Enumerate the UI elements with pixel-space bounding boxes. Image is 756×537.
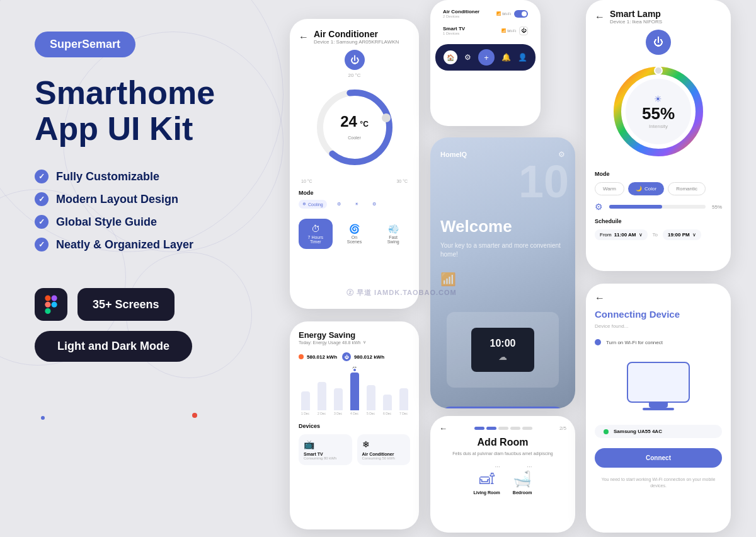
main-title: Smarthome App UI Kit	[35, 75, 233, 147]
energy-stats: 580.012 kWh ⏻ 980.012 kWh	[290, 349, 419, 365]
welcome-content: Welcome Your key to a smarter and more c…	[430, 204, 575, 400]
brightness-bar[interactable]	[609, 205, 706, 209]
prog-dot-5	[522, 427, 532, 430]
feature-item-1: ✓ Fully Customizable	[35, 170, 233, 183]
back-arrow-icon[interactable]: ←	[299, 32, 309, 43]
lamp-header: ← Smart Lamp Device 1: Ikea NIFORS	[586, 0, 731, 30]
sun-icon: ☀	[642, 94, 675, 104]
schedule-section: Scheduile From 11:00 AM ∨ To 19:00 PM ∨	[586, 218, 731, 240]
brightness-icon: ⚙	[595, 202, 603, 212]
svg-rect-4	[45, 308, 50, 314]
connect-title-area: Connecting Device	[586, 309, 731, 323]
mode-fan[interactable]: ⚙	[333, 200, 345, 209]
nav-fan[interactable]: ⚙	[464, 53, 471, 62]
feature-item-3: ✓ Global Style Guide	[35, 215, 233, 229]
svg-rect-1	[45, 302, 50, 308]
get-started-button[interactable]: Get Started	[440, 407, 565, 408]
device-list-area: Air Conditioner 2 Devices 📶 Wi-Fi Smart …	[430, 0, 541, 39]
device-found-card: Samsung UA55 4AC	[595, 425, 722, 438]
mode-romantic[interactable]: Romantic	[668, 182, 706, 195]
badge-row: 35+ Screens	[35, 288, 233, 321]
scenes-icon: 🌀	[344, 224, 365, 234]
dark-mode-badge[interactable]: Light and Dark Mode	[35, 331, 192, 362]
intensity-display: ☀ 55% Intensity	[642, 94, 675, 129]
mode-sun[interactable]: ☀	[351, 200, 362, 209]
tv-stand	[649, 403, 668, 408]
lamp-power-icon: ⏻	[653, 37, 663, 48]
bar-1: 1 Dec	[299, 391, 312, 415]
check-icon-1: ✓	[35, 170, 49, 183]
device-ac[interactable]: ❄ Air Conditioner Consuming 50 kWh	[357, 434, 411, 465]
room-dots-menu-2[interactable]: ···	[513, 463, 532, 470]
mode-warm[interactable]: Warm	[595, 182, 624, 195]
living-room-icon: 🛋	[473, 470, 500, 488]
schedule-to[interactable]: 19:00 PM ∨	[663, 229, 701, 240]
ac-action-row: ⏱ 7 Hours Timer 🌀 On Scenes 💨 Fast Swing	[290, 219, 419, 249]
back-arrow-lamp[interactable]: ←	[595, 11, 605, 23]
tablet-cloud-icon: ☁	[490, 352, 516, 362]
mode-cooling[interactable]: ❄ Cooling	[299, 200, 327, 209]
back-button-room[interactable]: ←	[439, 424, 447, 433]
ac-header: ← Air Conditioner Device 1: Samsung AR05…	[290, 19, 419, 50]
progress-dots	[474, 427, 532, 430]
screens-badge: 35+ Screens	[77, 288, 175, 321]
phone-add-room: ← 2/5 Add Room Felis duis at pulvinar di…	[430, 416, 575, 533]
device-smart-tv[interactable]: 📺 Smart TV Consuming 80 kWh	[299, 434, 352, 465]
ac-icon: ❄	[362, 439, 406, 449]
phone-smart-lamp: ← Smart Lamp Device 1: Ikea NIFORS ⏻	[586, 0, 731, 271]
wifi-step-dot	[595, 339, 601, 345]
wifi-icon-welcome: 📶	[440, 272, 565, 287]
tv-screen	[627, 362, 690, 403]
timer-button[interactable]: ⏱ 7 Hours Timer	[299, 219, 333, 249]
swing-button[interactable]: 💨 Fast Swing	[376, 219, 410, 249]
scenes-button[interactable]: 🌀 On Scenes	[338, 219, 372, 249]
power-icon-small[interactable]: ⏻	[519, 26, 528, 35]
device-ac-item: Air Conditioner 2 Devices 📶 Wi-Fi	[435, 5, 536, 22]
bar-3: 3 Dec	[331, 388, 345, 415]
nav-home[interactable]: 🏠	[444, 50, 457, 64]
bar-2: 2 Dec	[315, 382, 328, 415]
tv-illustration	[621, 362, 696, 412]
nav-bell[interactable]: 🔔	[501, 53, 511, 62]
prog-dot-2	[486, 427, 496, 430]
lamp-mode-section: Mode Warm 🌙 Color Romantic	[586, 171, 731, 202]
ac-toggle[interactable]	[514, 10, 528, 18]
color-mode-icon: 🌙	[636, 186, 642, 192]
intensity-dial[interactable]: ☀ 55% Intensity	[608, 61, 709, 162]
brand-pill[interactable]: SuperSemart	[35, 32, 135, 57]
device-cards-row: 📺 Smart TV Consuming 80 kWh ❄ Air Condit…	[299, 434, 410, 465]
mode-settings[interactable]: ⚙	[369, 200, 380, 209]
svg-point-7	[382, 113, 391, 122]
wifi-badge-2: 📶 Wi-Fi	[501, 28, 516, 33]
stat-blue-icon: ⏻	[342, 352, 351, 361]
ac-power-button[interactable]: ⏻	[345, 50, 365, 70]
schedule-row: From 11:00 AM ∨ To 19:00 PM ∨	[595, 229, 722, 240]
left-panel: SuperSemart Smarthome App UI Kit ✓ Fully…	[0, 0, 265, 537]
power-icon: ⏻	[350, 55, 359, 65]
back-arrow-connect[interactable]: ←	[595, 292, 605, 304]
room-bedroom[interactable]: ··· 🛁 Bedroom	[513, 463, 532, 495]
nav-profile[interactable]: 👤	[518, 53, 527, 62]
lamp-power-button[interactable]: ⏻	[646, 30, 671, 55]
phone-energy: Energy Saving Today: Energy Usage 48.8 k…	[290, 321, 419, 529]
svg-rect-3	[52, 302, 57, 308]
device-found-dot	[604, 429, 609, 434]
ac-dial[interactable]: 24 °C Cooler	[311, 83, 399, 171]
wifi-badge: 📶 Wi-Fi	[496, 11, 511, 16]
bar-knob	[352, 367, 357, 372]
mode-color[interactable]: 🌙 Color	[628, 182, 664, 195]
phone-smarthome-nav: Air Conditioner 2 Devices 📶 Wi-Fi Smart …	[430, 0, 541, 126]
connect-title: Connecting Device	[595, 309, 722, 320]
chevron-down-icon: ∨	[639, 232, 643, 238]
connect-header: ←	[586, 284, 731, 309]
nav-add[interactable]: +	[478, 49, 495, 66]
room-living[interactable]: ··· 🛋 Living Room	[473, 463, 500, 495]
room-dots-menu-1[interactable]: ···	[473, 463, 500, 470]
chevron-down-icon-2: ∨	[692, 232, 696, 238]
set-temp-label: 20 °C	[290, 72, 419, 78]
mode-buttons-row: Warm 🌙 Color Romantic	[595, 182, 722, 195]
connect-button[interactable]: Connect	[595, 448, 722, 468]
brightness-row: ⚙ 55%	[586, 202, 731, 218]
ac-mode-section: Mode ❄ Cooling ⚙ ☀ ⚙	[290, 190, 419, 219]
schedule-from[interactable]: From 11:00 AM ∨	[595, 229, 648, 240]
